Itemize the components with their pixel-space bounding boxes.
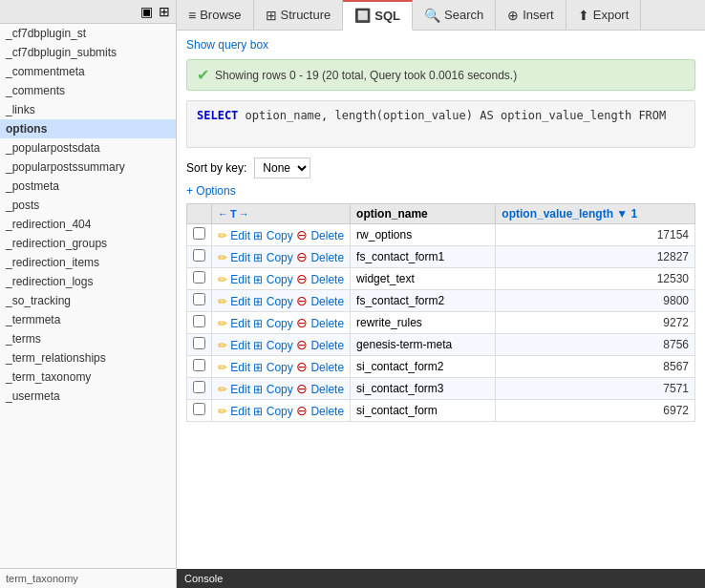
tab-browse[interactable]: ≡Browse (177, 0, 254, 31)
success-bar: ✔ Showing rows 0 - 19 (20 total, Query t… (186, 59, 695, 91)
delete-link-1[interactable]: Delete (310, 251, 344, 264)
export-tab-icon: ⬆ (578, 8, 589, 23)
row-checkbox-5[interactable] (187, 334, 212, 356)
copy-link-3[interactable]: Copy (267, 295, 293, 308)
row-checkbox-0[interactable] (187, 224, 212, 246)
col-header-name[interactable]: option_name (351, 204, 496, 224)
delete-link-0[interactable]: Delete (310, 229, 344, 242)
arrow-left[interactable]: ← (218, 208, 228, 220)
sidebar-item--links[interactable]: _links (0, 100, 176, 119)
structure-tab-icon: ⊞ (266, 8, 277, 23)
delete-link-2[interactable]: Delete (310, 273, 344, 286)
copy-link-4[interactable]: Copy (267, 317, 293, 330)
row-checkbox-8[interactable] (187, 400, 212, 422)
options-link[interactable]: + Options (186, 184, 695, 198)
delete-link-3[interactable]: Delete (310, 295, 344, 308)
delete-link-5[interactable]: Delete (310, 339, 344, 352)
delete-link-8[interactable]: Delete (310, 405, 344, 418)
edit-link-6[interactable]: Edit (230, 361, 250, 374)
delete-link-6[interactable]: Delete (310, 361, 344, 374)
sql-tab-label: SQL (374, 9, 400, 23)
delete-icon-2: ⊖ (296, 271, 308, 286)
sql-box[interactable]: SELECT option_name, length(option_value)… (186, 100, 695, 148)
copy-icon-2: ⊞ (253, 273, 263, 286)
sidebar-item--redirection-logs[interactable]: _redirection_logs (0, 272, 176, 291)
show-query-box[interactable]: Show query box (186, 38, 695, 52)
sidebar-item--redirection-404[interactable]: _redirection_404 (0, 215, 176, 234)
sidebar-item--so-tracking[interactable]: _so_tracking (0, 291, 176, 310)
delete-icon-3: ⊖ (296, 293, 308, 308)
copy-link-0[interactable]: Copy (267, 229, 293, 242)
edit-icon-1: ✏ (218, 251, 227, 264)
checkbox-3[interactable] (193, 293, 205, 305)
sidebar-item--cf7dbplugin-st[interactable]: _cf7dbplugin_st (0, 24, 176, 43)
arrow-right[interactable]: → (239, 208, 249, 220)
checkbox-5[interactable] (193, 337, 205, 349)
sidebar-item--redirection-groups[interactable]: _redirection_groups (0, 234, 176, 253)
row-actions-4: ✏ Edit ⊞ Copy ⊖ Delete (212, 312, 351, 334)
copy-link-6[interactable]: Copy (267, 361, 293, 374)
delete-link-7[interactable]: Delete (310, 383, 344, 396)
sidebar-item--popularpostssummary[interactable]: _popularpostssummary (0, 158, 176, 177)
checkbox-4[interactable] (193, 315, 205, 327)
sidebar-item-options[interactable]: options (0, 119, 176, 138)
tab-sql[interactable]: 🔲SQL (343, 0, 413, 31)
sidebar-item--terms[interactable]: _terms (0, 329, 176, 348)
edit-link-2[interactable]: Edit (230, 273, 250, 286)
edit-link-4[interactable]: Edit (230, 317, 250, 330)
table-row: ✏ Edit ⊞ Copy ⊖ Delete genesis-term-meta… (187, 334, 695, 356)
col-header-length[interactable]: option_value_length ▼ 1 (496, 204, 695, 224)
sidebar-item--cf7dbplugin-submits[interactable]: _cf7dbplugin_submits (0, 43, 176, 62)
row-name-8: si_contact_form (351, 400, 496, 422)
copy-link-2[interactable]: Copy (267, 273, 293, 286)
row-checkbox-4[interactable] (187, 312, 212, 334)
tab-export[interactable]: ⬆Export (566, 0, 642, 31)
row-checkbox-7[interactable] (187, 378, 212, 400)
tab-structure[interactable]: ⊞Structure (254, 0, 344, 31)
row-checkbox-2[interactable] (187, 268, 212, 290)
checkbox-7[interactable] (193, 381, 205, 393)
checkbox-8[interactable] (193, 403, 205, 415)
sidebar-item--term-relationships[interactable]: _term_relationships (0, 348, 176, 368)
tab-insert[interactable]: ⊕Insert (496, 0, 566, 31)
checkbox-2[interactable] (193, 271, 205, 284)
delete-icon-5: ⊖ (296, 337, 308, 352)
edit-link-8[interactable]: Edit (230, 405, 250, 418)
edit-link-0[interactable]: Edit (230, 229, 250, 242)
sidebar-item--posts[interactable]: _posts (0, 196, 176, 215)
sidebar-icon-2[interactable]: ⊞ (159, 4, 170, 19)
delete-link-4[interactable]: Delete (310, 317, 344, 330)
row-name-7: si_contact_form3 (351, 378, 496, 400)
row-checkbox-1[interactable] (187, 246, 212, 268)
edit-link-7[interactable]: Edit (230, 383, 250, 396)
sidebar-item--term-taxonomy[interactable]: _term_taxonomy (0, 368, 176, 387)
sort-indicator: ▼ (616, 207, 630, 220)
checkbox-6[interactable] (193, 359, 205, 371)
sidebar-item--termmeta[interactable]: _termmeta (0, 310, 176, 329)
copy-link-1[interactable]: Copy (267, 251, 293, 264)
copy-link-5[interactable]: Copy (267, 339, 293, 352)
sidebar-item--commentmeta[interactable]: _commentmeta (0, 62, 176, 81)
sidebar-icon-1[interactable]: ▣ (140, 4, 153, 19)
row-checkbox-3[interactable] (187, 290, 212, 312)
sql-keyword-select: SELECT (197, 109, 238, 122)
edit-link-3[interactable]: Edit (230, 295, 250, 308)
checkbox-0[interactable] (193, 227, 205, 240)
sidebar-top-bar: ▣ ⊞ (0, 0, 176, 24)
sidebar-item--usermeta[interactable]: _usermeta (0, 387, 176, 406)
edit-icon-5: ✏ (218, 339, 227, 352)
edit-link-1[interactable]: Edit (230, 251, 250, 264)
copy-icon-8: ⊞ (253, 405, 263, 418)
tab-search[interactable]: 🔍Search (413, 0, 496, 31)
sidebar-item--postmeta[interactable]: _postmeta (0, 177, 176, 196)
sidebar-item--redirection-items[interactable]: _redirection_items (0, 253, 176, 272)
sidebar-list: _cf7dbplugin_st_cf7dbplugin_submits_comm… (0, 24, 176, 568)
sidebar-item--comments[interactable]: _comments (0, 81, 176, 100)
sidebar-item--popularpostsdata[interactable]: _popularpostsdata (0, 138, 176, 158)
row-checkbox-6[interactable] (187, 356, 212, 378)
copy-link-8[interactable]: Copy (267, 405, 293, 418)
sort-select[interactable]: None (254, 158, 310, 178)
copy-link-7[interactable]: Copy (267, 383, 293, 396)
checkbox-1[interactable] (193, 249, 205, 262)
edit-link-5[interactable]: Edit (230, 339, 250, 352)
